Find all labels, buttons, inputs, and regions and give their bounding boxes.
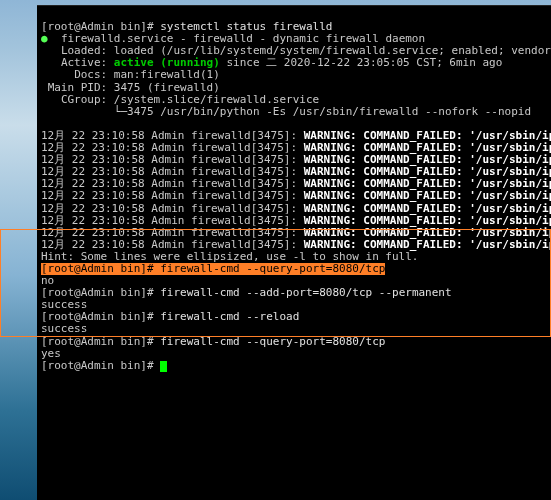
shell-prompt: [root@Admin bin]# [41, 335, 154, 348]
cmd-output: success [41, 322, 87, 335]
log-warn: WARNING: COMMAND_FAILED: '/usr/sbin/ipta… [304, 177, 551, 190]
service-loaded: Loaded: loaded (/usr/lib/systemd/system/… [61, 44, 551, 57]
shell-prompt: [root@Admin bin]# [41, 20, 154, 33]
log-warn: WARNING: COMMAND_FAILED: '/usr/sbin/ipta… [304, 129, 551, 142]
command-text: firewall-cmd --query-port=8080/tcp [160, 263, 385, 275]
log-warn: WARNING: COMMAND_FAILED: '/usr/sbin/ipta… [304, 238, 551, 251]
active-label: Active: [61, 56, 114, 69]
log-warn: WARNING: COMMAND_FAILED: '/usr/sbin/ipta… [304, 214, 551, 227]
log-warn: WARNING: COMMAND_FAILED: '/usr/sbin/ipta… [304, 141, 551, 154]
cmd-output: no [41, 274, 54, 287]
log-ts: 12月 22 23:10:58 Admin firewalld[3475]: [41, 129, 304, 142]
terminal-window[interactable]: [root@Admin bin]# systemctl status firew… [37, 5, 551, 500]
log-ts: 12月 22 23:10:58 Admin firewalld[3475]: [41, 214, 304, 227]
log-ts: 12月 22 23:10:58 Admin firewalld[3475]: [41, 189, 304, 202]
log-warn: WARNING: COMMAND_FAILED: '/usr/sbin/ipta… [304, 226, 551, 239]
log-warn: WARNING: COMMAND_FAILED: '/usr/sbin/ipta… [304, 165, 551, 178]
cgroup-child: └─3475 /usr/bin/python -Es /usr/sbin/fir… [114, 105, 531, 118]
log-ts: 12月 22 23:10:58 Admin firewalld[3475]: [41, 141, 304, 154]
log-warn: WARNING: COMMAND_FAILED: '/usr/sbin/ipta… [304, 202, 551, 215]
log-warn: WARNING: COMMAND_FAILED: '/usr/sbin/ipta… [304, 189, 551, 202]
command-text: firewall-cmd --query-port=8080/tcp [160, 335, 385, 348]
log-ts: 12月 22 23:10:58 Admin firewalld[3475]: [41, 153, 304, 166]
hint-line: Hint: Some lines were ellipsized, use -l… [41, 250, 419, 263]
log-warn: WARNING: COMMAND_FAILED: '/usr/sbin/ipta… [304, 153, 551, 166]
service-docs: Docs: man:firewalld(1) [74, 68, 220, 81]
shell-prompt: [root@Admin bin]# [41, 286, 154, 299]
service-mainpid: Main PID: 3475 (firewalld) [48, 81, 220, 94]
service-unit: firewalld.service - firewalld - dynamic … [61, 32, 425, 45]
log-ts: 12月 22 23:10:58 Admin firewalld[3475]: [41, 177, 304, 190]
command-text: firewall-cmd --reload [160, 310, 299, 323]
shell-prompt: [root@Admin bin]# [41, 359, 154, 372]
command-text: firewall-cmd --add-port=8080/tcp --perma… [160, 286, 451, 299]
shell-prompt: [root@Admin bin]# [41, 263, 154, 275]
cmd-output: yes [41, 347, 61, 360]
log-ts: 12月 22 23:10:58 Admin firewalld[3475]: [41, 226, 304, 239]
active-since: since 二 2020-12-22 23:05:05 CST; 6min ag… [220, 56, 503, 69]
log-ts: 12月 22 23:10:58 Admin firewalld[3475]: [41, 238, 304, 251]
command-text: systemctl status firewalld [160, 20, 332, 33]
cmd-output: success [41, 298, 87, 311]
cursor-icon [160, 361, 167, 372]
status-bullet-icon: ● [41, 32, 48, 45]
shell-prompt: [root@Admin bin]# [41, 310, 154, 323]
log-ts: 12月 22 23:10:58 Admin firewalld[3475]: [41, 165, 304, 178]
service-cgroup: CGroup: /system.slice/firewalld.service [61, 93, 319, 106]
log-ts: 12月 22 23:10:58 Admin firewalld[3475]: [41, 202, 304, 215]
active-state: active (running) [114, 56, 220, 69]
